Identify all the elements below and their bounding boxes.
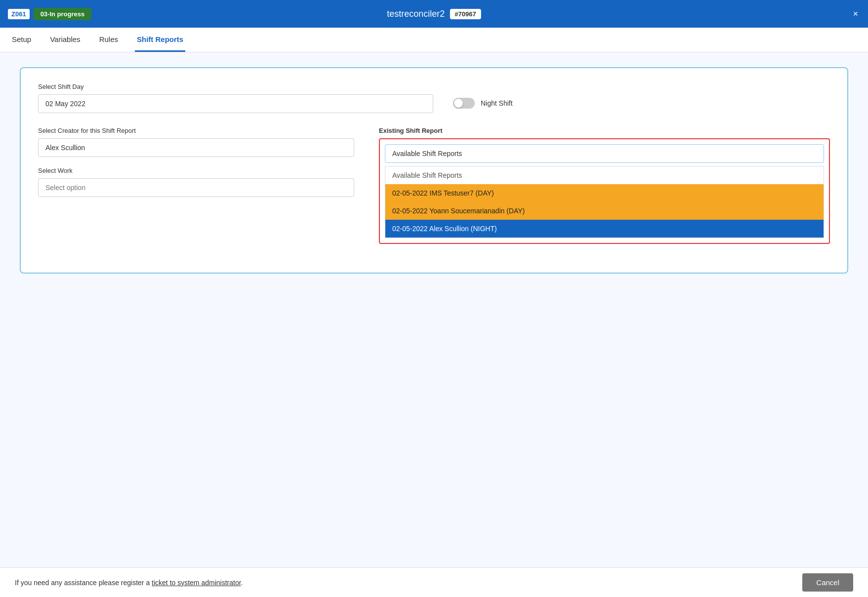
- z-badge: Z061: [8, 9, 30, 19]
- night-shift-toggle-group: Night Shift: [453, 98, 513, 109]
- cancel-button[interactable]: Cancel: [802, 573, 853, 592]
- night-shift-toggle[interactable]: [453, 98, 475, 109]
- creator-group: Select Creator for this Shift Report: [38, 127, 354, 157]
- select-work-group: Select Work: [38, 167, 354, 197]
- form-row-2: Select Creator for this Shift Report Sel…: [38, 127, 830, 244]
- dropdown-option-default[interactable]: Available Shift Reports: [385, 166, 824, 184]
- available-shift-reports-display[interactable]: Available Shift Reports: [385, 144, 824, 163]
- tab-setup[interactable]: Setup: [10, 28, 33, 52]
- shift-day-label: Select Shift Day: [38, 83, 433, 90]
- help-link[interactable]: ticket to system administrator: [152, 579, 241, 587]
- help-suffix: .: [241, 579, 243, 587]
- main-content: Select Shift Day Night Shift Select Crea…: [0, 52, 868, 567]
- tab-rules[interactable]: Rules: [97, 28, 120, 52]
- dropdown-option-3[interactable]: 02-05-2022 Alex Scullion (NIGHT): [385, 220, 824, 238]
- toggle-thumb: [454, 99, 463, 108]
- app-title: testreconciler2: [387, 9, 445, 19]
- help-prefix: If you need any assistance please regist…: [15, 579, 152, 587]
- dropdown-option-2[interactable]: 02-05-2022 Yoann Soucemarianadin (DAY): [385, 202, 824, 220]
- select-option-input[interactable]: [38, 178, 354, 197]
- header-title: testreconciler2 #70967: [387, 9, 481, 19]
- creator-input[interactable]: [38, 138, 354, 157]
- existing-shift-report-section: Existing Shift Report Available Shift Re…: [379, 127, 830, 244]
- tab-variables[interactable]: Variables: [48, 28, 82, 52]
- header-id-badge: #70967: [450, 9, 481, 19]
- header-bar: Z061 03-In progress testreconciler2 #709…: [0, 0, 868, 28]
- status-badge: 03-In progress: [34, 8, 92, 20]
- existing-report-border: Available Shift Reports Available Shift …: [379, 138, 830, 244]
- close-button[interactable]: ×: [853, 9, 858, 19]
- shift-day-group: Select Shift Day: [38, 83, 433, 113]
- select-work-label: Select Work: [38, 167, 354, 174]
- night-shift-label: Night Shift: [481, 99, 513, 107]
- tab-shift-reports[interactable]: Shift Reports: [135, 28, 185, 52]
- nav-tabs: Setup Variables Rules Shift Reports: [0, 28, 868, 52]
- dropdown-option-1[interactable]: 02-05-2022 IMS Testuser7 (DAY): [385, 184, 824, 202]
- form-row-1: Select Shift Day Night Shift: [38, 83, 830, 113]
- existing-report-label: Existing Shift Report: [379, 127, 830, 134]
- dropdown-options-list: Available Shift Reports 02-05-2022 IMS T…: [385, 166, 824, 238]
- footer: If you need any assistance please regist…: [0, 567, 868, 597]
- shift-day-input[interactable]: [38, 94, 433, 113]
- creator-label: Select Creator for this Shift Report: [38, 127, 354, 134]
- content-card: Select Shift Day Night Shift Select Crea…: [20, 67, 848, 274]
- footer-help-text: If you need any assistance please regist…: [15, 579, 243, 587]
